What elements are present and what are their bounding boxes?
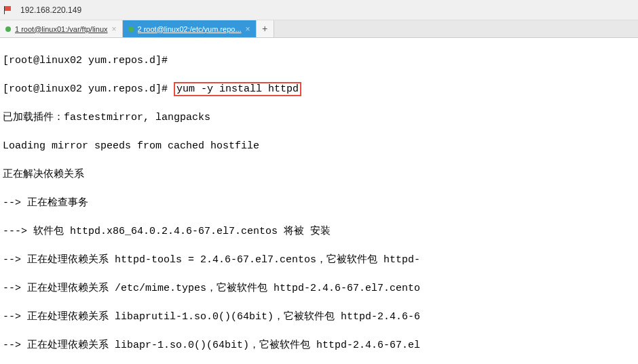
tab-label: 2 root@linux02:/etc/yum.repo... xyxy=(138,25,242,33)
terminal-line: ---> 软件包 httpd.x86_64.0.2.4.6-67.el7.cen… xyxy=(3,224,635,239)
plus-icon: + xyxy=(262,24,267,35)
highlighted-command: yum -y install httpd xyxy=(174,82,301,96)
terminal-output[interactable]: [root@linux02 yum.repos.d]# [root@linux0… xyxy=(0,38,638,364)
app-flag-icon xyxy=(3,5,14,16)
terminal-line: [root@linux02 yum.repos.d]# xyxy=(3,54,635,68)
svg-rect-0 xyxy=(4,6,11,11)
terminal-line: --> 正在检查事务 xyxy=(3,196,635,210)
svg-rect-1 xyxy=(4,6,5,14)
terminal-line: --> 正在处理依赖关系 libaprutil-1.so.0()(64bit)，… xyxy=(3,310,635,324)
title-bar: 192.168.220.149 xyxy=(0,0,638,20)
tab-label: 1 root@linux01:/var/ftp/linux xyxy=(15,25,108,33)
status-dot-icon xyxy=(128,26,134,32)
tab-session-1[interactable]: 1 root@linux01:/var/ftp/linux × xyxy=(0,20,123,37)
shell-prompt: [root@linux02 yum.repos.d]# xyxy=(3,83,174,95)
terminal-line: [root@linux02 yum.repos.d]# yum -y insta… xyxy=(3,82,635,96)
close-icon[interactable]: × xyxy=(112,24,117,34)
status-dot-icon xyxy=(5,26,11,32)
close-icon[interactable]: × xyxy=(246,24,250,34)
terminal-line: --> 正在处理依赖关系 /etc/mime.types，它被软件包 httpd… xyxy=(3,281,635,296)
tab-bar: 1 root@linux01:/var/ftp/linux × 2 root@l… xyxy=(0,20,638,38)
shell-prompt: [root@linux02 yum.repos.d]# xyxy=(3,55,174,66)
window-address: 192.168.220.149 xyxy=(20,5,81,15)
tab-session-2[interactable]: 2 root@linux02:/etc/yum.repo... × xyxy=(123,20,257,37)
add-tab-button[interactable]: + xyxy=(257,20,274,37)
terminal-line: 正在解决依赖关系 xyxy=(3,167,635,182)
terminal-line: --> 正在处理依赖关系 libapr-1.so.0()(64bit)，它被软件… xyxy=(3,338,635,352)
terminal-line: Loading mirror speeds from cached hostfi… xyxy=(3,139,635,153)
terminal-line: --> 正在处理依赖关系 httpd-tools = 2.4.6-67.el7.… xyxy=(3,253,635,267)
terminal-line: 已加载插件：fastestmirror, langpacks xyxy=(3,110,635,125)
